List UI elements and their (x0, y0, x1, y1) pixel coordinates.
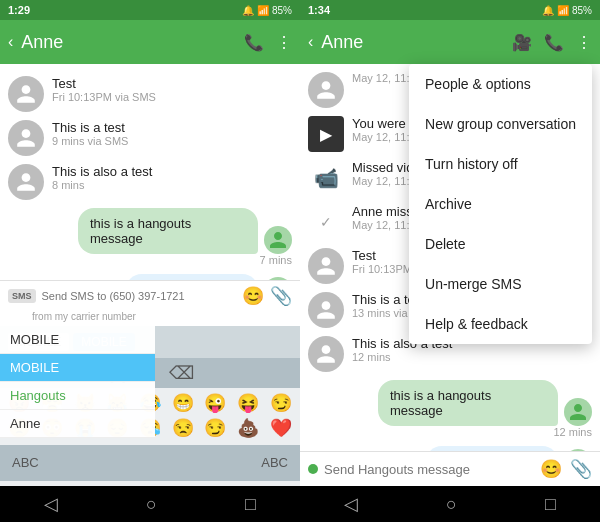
msg-meta: Fri 10:13PM via SMS (52, 91, 292, 103)
signal-icon: 📶 (257, 5, 269, 16)
back-nav-icon-r[interactable]: ◁ (344, 493, 358, 515)
msg-content: This is a test 9 mins via SMS (52, 120, 292, 147)
right-sent-bubble: this is a hangouts message (378, 380, 558, 426)
menu-turn-history-off[interactable]: Turn history off (409, 144, 592, 184)
phone-icon-r[interactable]: 📞 (544, 33, 564, 52)
recents-nav-icon-r[interactable]: □ (545, 494, 556, 515)
left-status-icons: 🔔 📶 85% (242, 5, 292, 16)
left-time: 1:29 (8, 4, 30, 16)
battery-text: 85% (272, 5, 292, 16)
back-nav-icon[interactable]: ◁ (44, 493, 58, 515)
menu-unmerge-sms[interactable]: Un-merge SMS (409, 264, 592, 304)
home-nav-icon-r[interactable]: ○ (446, 494, 457, 515)
menu-new-group[interactable]: New group conversation (409, 104, 592, 144)
left-nav-bar: ◁ ○ □ (0, 486, 300, 522)
battery-text-r: 85% (572, 5, 592, 16)
msg-content: Test Fri 10:13PM via SMS (52, 76, 292, 103)
left-messages-area: Test Fri 10:13PM via SMS This is a test … (0, 64, 300, 280)
avatar (308, 336, 344, 372)
avatar (8, 164, 44, 200)
emoji-grin[interactable]: 😁 (167, 392, 198, 415)
phone-icon[interactable]: 📞 (244, 33, 264, 52)
left-panel: 1:29 🔔 📶 85% ‹ Anne 📞 ⋮ Test Fri 10:13PM… (0, 0, 300, 522)
list-item: This is also a test 8 mins (0, 160, 300, 204)
emoji-poop[interactable]: 💩 (233, 417, 264, 440)
menu-delete[interactable]: Delete (409, 224, 592, 264)
emoji-smirk2[interactable]: 😏 (200, 417, 231, 440)
left-title: Anne (21, 32, 236, 53)
emoji-button[interactable]: 😊 (242, 285, 264, 307)
video-icon[interactable]: 🎥 (512, 33, 532, 52)
sms-label-row: SMS Send SMS to (650) 397-1721 😊 📎 (0, 281, 300, 311)
avatar (308, 248, 344, 284)
avatar (8, 76, 44, 112)
msg-meta: 8 mins (52, 179, 292, 191)
suggest-item-anne[interactable]: Anne (0, 410, 155, 438)
suggest-item-hangouts[interactable]: Hangouts (0, 382, 155, 410)
emoji-icon-r[interactable]: 😊 (540, 458, 562, 480)
list-item: Test Fri 10:13PM via SMS (0, 72, 300, 116)
suggest-item-highlight[interactable]: MOBILE (0, 354, 155, 382)
menu-help-feedback[interactable]: Help & feedback (409, 304, 592, 344)
signal-icon-r: 📶 (557, 5, 569, 16)
right-status-bar: 1:34 🔔 📶 85% (300, 0, 600, 20)
right-appbar-icons: 🎥 📞 ⋮ (512, 33, 592, 52)
attachment-icon[interactable]: 📎 (270, 285, 292, 307)
hangouts-status-dot (308, 464, 318, 474)
recents-nav-icon[interactable]: □ (245, 494, 256, 515)
dropdown-menu: People & options New group conversation … (409, 64, 592, 344)
notification-icon: 🔔 (242, 5, 254, 16)
msg-meta: 7 mins (260, 254, 292, 266)
avatar (308, 72, 344, 108)
right-nav-bar: ◁ ○ □ (300, 486, 600, 522)
backspace-icon[interactable]: ⌫ (169, 362, 194, 384)
suggest-item[interactable]: MOBILE (0, 326, 155, 354)
right-input-row: 😊 📎 (300, 451, 600, 486)
menu-archive[interactable]: Archive (409, 184, 592, 224)
left-appbar-icons: 📞 ⋮ (244, 33, 292, 52)
keyboard-area: MOBILE MOBILE MOBILE MOBILE Hangouts Ann… (0, 326, 300, 486)
right-back-button[interactable]: ‹ (308, 33, 313, 51)
left-status-bar: 1:29 🔔 📶 85% (0, 0, 300, 20)
suggest-overlay: MOBILE MOBILE Hangouts Anne (0, 326, 155, 438)
msg-content: This is also a test 8 mins (52, 164, 292, 191)
left-app-bar: ‹ Anne 📞 ⋮ (0, 20, 300, 64)
right-app-bar: ‹ Anne 🎥 📞 ⋮ (300, 20, 600, 64)
msg-text: Test (52, 76, 292, 91)
left-back-button[interactable]: ‹ (8, 33, 13, 51)
avatar (264, 226, 292, 254)
msg-meta: 9 mins via SMS (52, 135, 292, 147)
abc-left[interactable]: ABC (12, 455, 39, 470)
right-message-input[interactable] (324, 462, 534, 477)
home-nav-icon[interactable]: ○ (146, 494, 157, 515)
carrier-label: from my carrier number (0, 311, 300, 326)
emoji-unamused2[interactable]: 😒 (167, 417, 198, 440)
emoji-wink[interactable]: 😜 (200, 392, 231, 415)
menu-people-options[interactable]: People & options (409, 64, 592, 104)
abc-right[interactable]: ABC (261, 455, 288, 470)
left-input-area: SMS Send SMS to (650) 397-1721 😊 📎 from … (0, 280, 300, 326)
emoji-smirk[interactable]: 😏 (265, 392, 296, 415)
more-icon-r[interactable]: ⋮ (576, 33, 592, 52)
avatar (564, 398, 592, 426)
msg-meta: 12 mins (553, 426, 592, 438)
attachment-icon-r[interactable]: 📎 (570, 458, 592, 480)
more-icon[interactable]: ⋮ (276, 33, 292, 52)
right-status-icons: 🔔 📶 85% (542, 5, 592, 16)
keyboard-abc-row: ABC ABC (0, 445, 300, 481)
msg-text: This is a test (52, 120, 292, 135)
sms-to-text: Send SMS to (650) 397-1721 (42, 290, 236, 302)
right-time: 1:34 (308, 4, 330, 16)
sent-bubble: this is a hangouts message (78, 208, 258, 254)
missed-call-icon: 📹 (308, 160, 344, 196)
avatar (8, 120, 44, 156)
msg-text: This is also a test (52, 164, 292, 179)
emoji-stuck[interactable]: 😝 (233, 392, 264, 415)
right-input-icons: 😊 📎 (540, 458, 592, 480)
video-thumbnail: ▶ (308, 116, 344, 152)
avatar (308, 292, 344, 328)
list-item: This is a test 9 mins via SMS (0, 116, 300, 160)
emoji-heart[interactable]: ❤️ (265, 417, 296, 440)
missed-call-icon2: ✓ (308, 204, 344, 240)
right-panel: 1:34 🔔 📶 85% ‹ Anne 🎥 📞 ⋮ May 12, 11:22P… (300, 0, 600, 522)
